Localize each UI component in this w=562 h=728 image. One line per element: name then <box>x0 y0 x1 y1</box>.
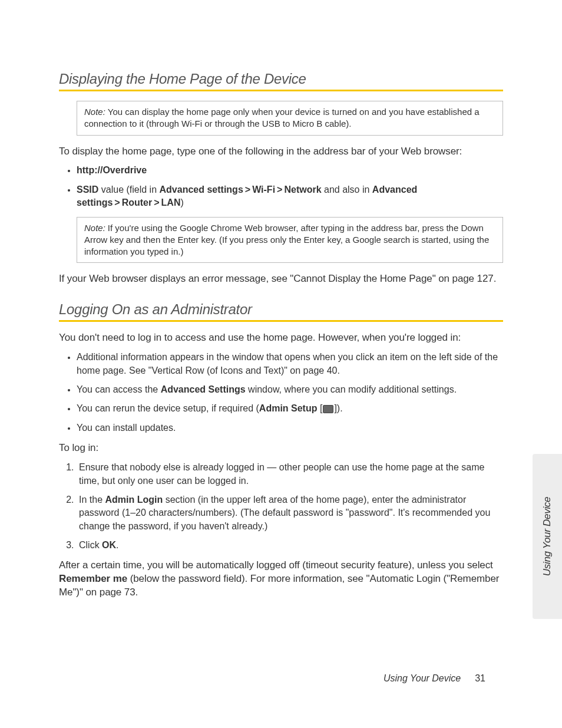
footer-section: Using Your Device <box>384 673 461 683</box>
list-item: SSID value (field in Advanced settings>W… <box>77 183 503 210</box>
list-item: Ensure that nobody else is already logge… <box>77 461 503 487</box>
bold-text: Router <box>122 197 153 207</box>
text: In the <box>79 495 105 505</box>
bold-text: Network <box>284 185 321 195</box>
bold-text: LAN <box>161 197 181 207</box>
bold-text: Wi-Fi <box>252 185 275 195</box>
note-label: Note: <box>84 223 105 233</box>
list-item: Click OK. <box>77 539 503 552</box>
text: After a certain time, you will be automa… <box>59 559 493 571</box>
heading-rule <box>59 320 503 322</box>
side-tab: Using Your Device <box>533 454 562 619</box>
body-paragraph: You don't need to log in to access and u… <box>59 331 503 345</box>
bold-text: Admin Setup <box>259 403 318 413</box>
list-item: Additional information appears in the wi… <box>77 351 503 377</box>
text: [ <box>318 403 323 413</box>
bold-text: Remember me <box>59 573 127 584</box>
chevron-icon: > <box>277 185 282 195</box>
note-label: Note: <box>84 107 105 117</box>
list-item: You can rerun the device setup, if requi… <box>77 402 503 415</box>
note-text: If you're using the Google Chrome Web br… <box>84 223 489 257</box>
bullet-list: Additional information appears in the wi… <box>59 351 503 434</box>
text: window, where you can modify additional … <box>246 384 457 394</box>
list-item: http://Overdrive <box>77 164 503 177</box>
page-footer: Using Your Device31 <box>384 673 485 684</box>
bold-text: Admin Login <box>105 495 163 505</box>
body-paragraph: After a certain time, you will be automa… <box>59 559 503 599</box>
text: and also in <box>322 185 372 195</box>
chevron-icon: > <box>154 197 159 207</box>
admin-setup-icon <box>323 405 333 413</box>
text: ) <box>180 197 183 207</box>
section-heading: Logging On as an Administrator <box>59 301 503 318</box>
bold-text: Advanced Settings <box>161 384 246 394</box>
page-number: 31 <box>475 673 485 683</box>
text: You can access the <box>77 384 161 394</box>
chevron-icon: > <box>114 197 120 207</box>
body-paragraph: To log in: <box>59 442 503 455</box>
document-page: Displaying the Home Page of the Device N… <box>0 0 562 728</box>
bold-text: OK <box>102 540 116 550</box>
text: Click <box>79 540 102 550</box>
text: value (field in <box>98 185 159 195</box>
heading-rule <box>59 90 503 91</box>
bold-text: Advanced settings <box>160 185 243 195</box>
body-paragraph: To display the home page, type one of th… <box>59 145 503 159</box>
text: . <box>116 540 118 550</box>
section-heading: Displaying the Home Page of the Device <box>59 71 503 87</box>
list-item: You can install updates. <box>77 421 503 434</box>
bullet-list: http://Overdrive SSID value (field in Ad… <box>59 164 503 209</box>
text: ]). <box>334 403 342 413</box>
note-box: Note:You can display the home page only … <box>77 101 503 136</box>
note-box: Note:If you're using the Google Chrome W… <box>77 217 503 263</box>
note-text: You can display the home page only when … <box>84 107 480 129</box>
text: You can rerun the device setup, if requi… <box>77 403 259 413</box>
bold-text: http://Overdrive <box>77 165 147 175</box>
chevron-icon: > <box>245 185 250 195</box>
numbered-list: Ensure that nobody else is already logge… <box>59 461 503 552</box>
list-item: You can access the Advanced Settings win… <box>77 383 503 396</box>
side-tab-label: Using Your Device <box>541 497 553 576</box>
body-paragraph: If your Web browser displays an error me… <box>59 272 503 286</box>
bold-text: SSID <box>77 185 98 195</box>
list-item: In the Admin Login section (in the upper… <box>77 493 503 533</box>
